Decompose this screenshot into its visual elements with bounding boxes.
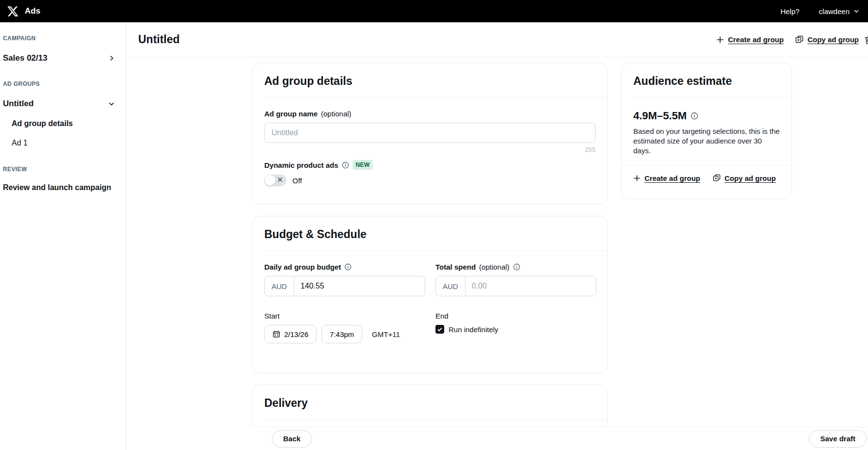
audience-estimate-card: Audience estimate 4.9M–5.5M Based on you… bbox=[621, 63, 792, 199]
copy-icon bbox=[795, 35, 804, 44]
copy-ad-group-button[interactable]: Copy ad group bbox=[795, 35, 859, 44]
chevron-right-icon bbox=[108, 55, 115, 62]
start-time-button[interactable]: 7:43pm bbox=[321, 325, 362, 343]
page-header: Untitled Create ad group Copy ad group bbox=[126, 22, 868, 57]
divider bbox=[264, 419, 607, 420]
daily-budget-input[interactable] bbox=[294, 276, 425, 296]
sidebar-item-review-launch[interactable]: Review and launch campaign bbox=[3, 183, 115, 192]
char-counter: 255 bbox=[264, 146, 595, 153]
card-title: Ad group details bbox=[264, 75, 595, 88]
sidebar-item-campaign[interactable]: Sales 02/13 bbox=[3, 53, 115, 63]
run-indefinitely-checkbox[interactable]: Run indefinitely bbox=[435, 325, 596, 334]
info-icon[interactable] bbox=[342, 161, 349, 169]
account-menu[interactable]: clawdeen bbox=[819, 7, 859, 16]
total-spend-field: AUD bbox=[435, 276, 596, 296]
help-link[interactable]: Help? bbox=[780, 7, 799, 16]
info-icon[interactable] bbox=[513, 263, 520, 271]
audience-estimate-description: Based on your targeting selections, this… bbox=[633, 127, 780, 156]
toggle-state-label: Off bbox=[292, 177, 302, 185]
copy-ad-group-button[interactable]: Copy ad group bbox=[713, 174, 776, 182]
new-badge: NEW bbox=[353, 160, 373, 170]
dynamic-product-ads-label: Dynamic product ads NEW bbox=[264, 160, 595, 170]
x-logo-icon bbox=[7, 5, 19, 17]
campaign-section-label: CAMPAIGN bbox=[3, 35, 115, 42]
daily-budget-label: Daily ad group budget bbox=[264, 263, 425, 271]
ad-groups-section-label: AD GROUPS bbox=[3, 80, 115, 87]
total-spend-input[interactable] bbox=[466, 276, 596, 296]
review-section-label: REVIEW bbox=[3, 166, 115, 173]
end-label: End bbox=[435, 312, 596, 320]
delete-ad-group-icon[interactable] bbox=[864, 35, 868, 45]
account-name: clawdeen bbox=[819, 7, 850, 16]
ad-group-name-label: Ad group name (optional) bbox=[264, 110, 595, 118]
card-title: Delivery bbox=[264, 397, 595, 410]
back-button[interactable]: Back bbox=[272, 430, 312, 448]
card-title: Audience estimate bbox=[633, 75, 780, 88]
divider bbox=[264, 97, 607, 98]
copy-icon bbox=[713, 174, 721, 182]
save-draft-button[interactable]: Save draft bbox=[809, 430, 867, 448]
bottom-action-bar: Back Save draft bbox=[252, 427, 868, 450]
ad-group-name-input[interactable] bbox=[264, 123, 595, 143]
sidebar-item-ad-group-details[interactable]: Ad group details bbox=[3, 119, 115, 128]
card-title: Budget & Schedule bbox=[264, 228, 595, 241]
audience-estimate-value: 4.9M–5.5M bbox=[633, 110, 780, 122]
toggle-knob bbox=[265, 175, 275, 186]
sidebar: CAMPAIGN Sales 02/13 AD GROUPS Untitled … bbox=[0, 22, 126, 450]
ad-group-details-card: Ad group details Ad group name (optional… bbox=[252, 63, 608, 205]
currency-prefix: AUD bbox=[265, 276, 294, 296]
chevron-down-icon bbox=[853, 8, 859, 14]
start-date-button[interactable]: 2/13/26 bbox=[264, 325, 317, 343]
total-spend-label: Total spend (optional) bbox=[435, 263, 596, 271]
info-icon[interactable] bbox=[344, 263, 352, 271]
x-mark-icon bbox=[277, 177, 283, 182]
checkbox-checked-icon bbox=[435, 325, 444, 334]
budget-schedule-card: Budget & Schedule Daily ad group budget bbox=[252, 216, 608, 373]
divider bbox=[633, 97, 791, 98]
page-title: Untitled bbox=[138, 33, 180, 46]
plus-icon bbox=[633, 175, 641, 182]
timezone-label: GMT+11 bbox=[372, 330, 400, 338]
divider bbox=[264, 251, 607, 251]
currency-prefix: AUD bbox=[436, 276, 466, 296]
app-title: Ads bbox=[25, 6, 40, 16]
daily-budget-field: AUD bbox=[264, 276, 425, 296]
chevron-down-icon bbox=[108, 100, 115, 107]
create-ad-group-button[interactable]: Create ad group bbox=[716, 35, 784, 44]
brand[interactable]: Ads bbox=[7, 5, 40, 17]
main-area: Untitled Create ad group Copy ad group bbox=[126, 22, 868, 450]
sidebar-item-ad-1[interactable]: Ad 1 bbox=[3, 139, 115, 147]
plus-icon bbox=[716, 36, 724, 44]
sidebar-item-ad-group[interactable]: Untitled bbox=[3, 99, 115, 109]
create-ad-group-button[interactable]: Create ad group bbox=[633, 174, 700, 182]
info-icon[interactable] bbox=[691, 112, 698, 120]
dynamic-product-ads-toggle[interactable] bbox=[264, 175, 287, 186]
start-label: Start bbox=[264, 312, 425, 320]
topbar: Ads Help? clawdeen bbox=[0, 0, 868, 22]
calendar-icon bbox=[273, 330, 280, 338]
